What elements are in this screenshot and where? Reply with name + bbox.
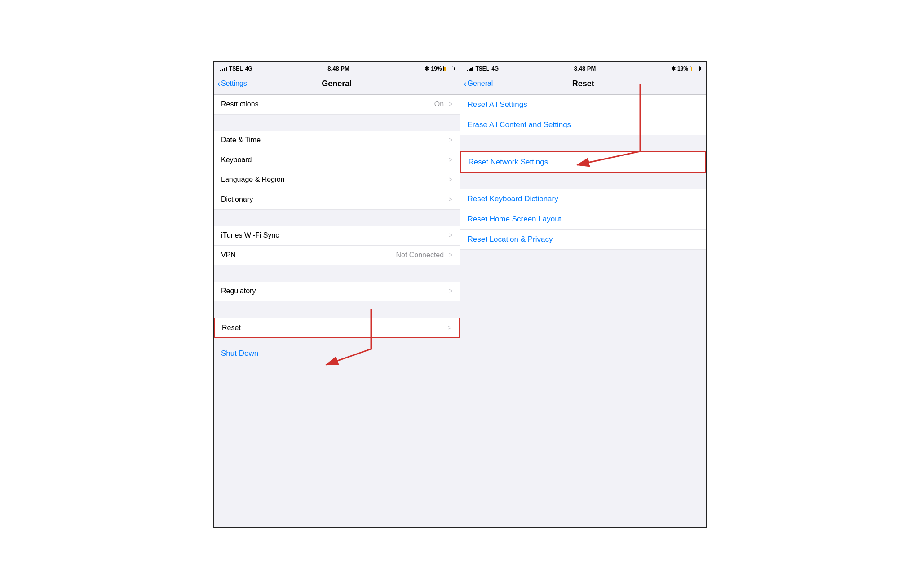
list-item-reset[interactable]: Reset > xyxy=(214,318,460,338)
reset-all-settings-label: Reset All Settings xyxy=(468,100,527,109)
dictionary-right: > xyxy=(446,195,452,203)
reset-keyboard-label: Reset Keyboard Dictionary xyxy=(468,195,558,203)
section-reset-network: Reset Network Settings xyxy=(460,151,707,173)
section-regulatory: Regulatory > xyxy=(214,282,460,301)
section-gap-3 xyxy=(214,265,460,282)
vpn-right: Not Connected > xyxy=(396,251,452,259)
itunes-right: > xyxy=(446,231,452,239)
dictionary-label: Dictionary xyxy=(221,195,253,203)
general-settings-list: Restrictions On > Date & Time > Ke xyxy=(214,95,460,527)
section-gap-4 xyxy=(214,301,460,318)
datetime-chevron: > xyxy=(448,136,452,144)
list-item-reset-home[interactable]: Reset Home Screen Layout xyxy=(460,209,707,230)
restrictions-value: On xyxy=(434,100,444,108)
list-item-reset-keyboard[interactable]: Reset Keyboard Dictionary xyxy=(460,189,707,209)
reset-chevron: > xyxy=(447,324,451,332)
time-label-right: 8.48 PM xyxy=(574,65,596,72)
list-item-restrictions[interactable]: Restrictions On > xyxy=(214,95,460,115)
section-itunes: iTunes Wi-Fi Sync > VPN Not Connected > xyxy=(214,226,460,265)
list-item-regulatory[interactable]: Regulatory > xyxy=(214,282,460,301)
erase-all-label: Erase All Content and Settings xyxy=(468,120,571,129)
status-bar-left: TSEL 4G 8.48 PM ✱ 19% xyxy=(214,62,460,75)
list-item-erase-all[interactable]: Erase All Content and Settings xyxy=(460,115,707,135)
restrictions-right: On > xyxy=(434,100,453,108)
regulatory-chevron: > xyxy=(448,287,452,295)
reset-network-label: Reset Network Settings xyxy=(469,158,548,167)
bluetooth-icon-right: ✱ xyxy=(671,66,676,72)
list-item-reset-network[interactable]: Reset Network Settings xyxy=(460,151,707,173)
back-button-general[interactable]: ‹ General xyxy=(464,80,493,88)
carrier-label-right: TSEL xyxy=(476,66,490,72)
reset-panel: TSEL 4G 8.48 PM ✱ 19% ‹ General Reset xyxy=(460,62,707,527)
list-item-keyboard[interactable]: Keyboard > xyxy=(214,150,460,170)
list-item-dictionary[interactable]: Dictionary > xyxy=(214,190,460,210)
network-label-right: 4G xyxy=(491,66,499,72)
reset-right: > xyxy=(445,324,451,332)
section-gap-r1 xyxy=(460,135,707,151)
section-gap-5 xyxy=(214,338,460,343)
back-label-settings: Settings xyxy=(221,80,247,88)
back-chevron-icon: ‹ xyxy=(217,80,220,88)
battery-icon xyxy=(443,66,453,71)
section-gap-r2 xyxy=(460,173,707,189)
battery-percent-right: 19% xyxy=(677,66,688,72)
signal-icon-right xyxy=(467,66,473,71)
regulatory-right: > xyxy=(446,287,452,295)
nav-bar-left: ‹ Settings General xyxy=(214,75,460,95)
battery-fill-right xyxy=(691,67,692,71)
vpn-chevron: > xyxy=(448,251,452,259)
time-label: 8.48 PM xyxy=(327,65,349,72)
page-title-general: General xyxy=(322,79,352,88)
section-gap-1 xyxy=(214,115,460,131)
list-item-datetime[interactable]: Date & Time > xyxy=(214,131,460,150)
shut-down-label: Shut Down xyxy=(221,349,258,358)
nav-bar-right: ‹ General Reset xyxy=(460,75,707,95)
language-chevron: > xyxy=(448,176,452,184)
section-reset-all: Reset All Settings Erase All Content and… xyxy=(460,95,707,135)
keyboard-right: > xyxy=(446,156,452,164)
section-reset-general: Reset > xyxy=(214,318,460,338)
status-bar-right: TSEL 4G 8.48 PM ✱ 19% xyxy=(460,62,707,75)
reset-label: Reset xyxy=(222,324,241,332)
itunes-chevron: > xyxy=(448,231,452,239)
list-item-language[interactable]: Language & Region > xyxy=(214,170,460,190)
battery-fill xyxy=(444,67,446,71)
itunes-label: iTunes Wi-Fi Sync xyxy=(221,231,279,239)
section-restrictions: Restrictions On > xyxy=(214,95,460,115)
vpn-value: Not Connected xyxy=(396,251,444,259)
section-datetime: Date & Time > Keyboard > Language & Regi… xyxy=(214,131,460,210)
regulatory-label: Regulatory xyxy=(221,287,256,295)
back-button-settings[interactable]: ‹ Settings xyxy=(217,80,247,88)
back-label-general: General xyxy=(468,80,493,88)
carrier-label: TSEL xyxy=(229,66,243,72)
signal-icon xyxy=(220,66,227,71)
status-right-right: ✱ 19% xyxy=(671,66,700,72)
list-item-itunes[interactable]: iTunes Wi-Fi Sync > xyxy=(214,226,460,246)
battery-icon-right xyxy=(690,66,700,71)
page-title-reset: Reset xyxy=(572,79,594,88)
language-right: > xyxy=(446,176,452,184)
reset-settings-list: Reset All Settings Erase All Content and… xyxy=(460,95,707,527)
battery-percent: 19% xyxy=(431,66,442,72)
general-panel: TSEL 4G 8.48 PM ✱ 19% ‹ Settings General xyxy=(214,62,460,527)
device-screenshot: TSEL 4G 8.48 PM ✱ 19% ‹ Settings General xyxy=(213,61,707,528)
reset-location-label: Reset Location & Privacy xyxy=(468,235,553,244)
vpn-label: VPN xyxy=(221,251,236,259)
reset-home-label: Reset Home Screen Layout xyxy=(468,215,562,224)
keyboard-chevron: > xyxy=(448,156,452,164)
restrictions-chevron: > xyxy=(448,100,452,108)
status-right: ✱ 19% xyxy=(425,66,453,72)
shut-down-item[interactable]: Shut Down xyxy=(214,343,460,364)
language-label: Language & Region xyxy=(221,176,284,184)
restrictions-label: Restrictions xyxy=(221,100,259,108)
section-gap-2 xyxy=(214,210,460,226)
back-chevron-icon-right: ‹ xyxy=(464,80,467,88)
list-item-reset-location[interactable]: Reset Location & Privacy xyxy=(460,230,707,250)
network-label: 4G xyxy=(245,66,252,72)
datetime-label: Date & Time xyxy=(221,136,261,144)
status-left: TSEL 4G xyxy=(220,66,252,72)
list-item-vpn[interactable]: VPN Not Connected > xyxy=(214,246,460,265)
bluetooth-icon: ✱ xyxy=(425,66,429,72)
list-item-reset-all-settings[interactable]: Reset All Settings xyxy=(460,95,707,115)
keyboard-label: Keyboard xyxy=(221,156,252,164)
